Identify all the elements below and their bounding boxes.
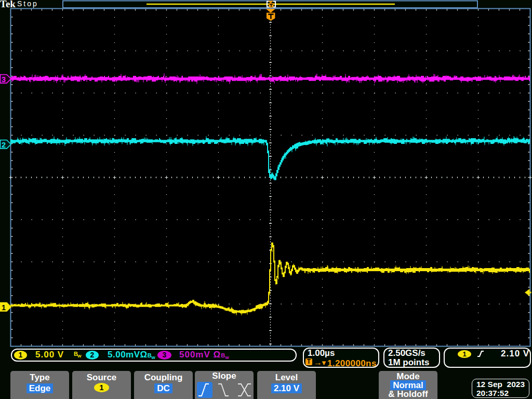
svg-text:3: 3 [2, 75, 6, 84]
svg-text:2: 2 [2, 141, 6, 149]
svg-text:1: 1 [2, 303, 6, 312]
